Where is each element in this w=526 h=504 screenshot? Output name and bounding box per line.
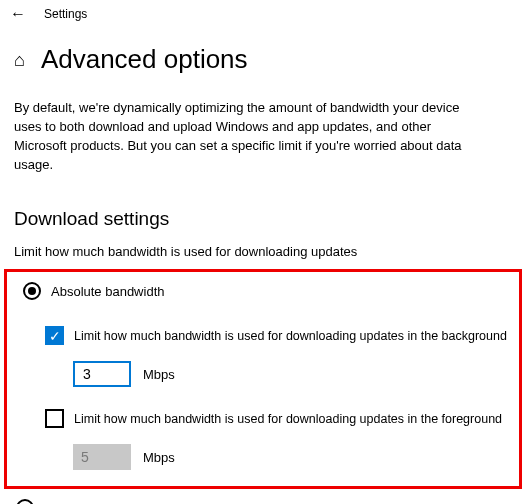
section-title: Download settings: [0, 174, 526, 230]
checkbox-background-limit[interactable]: ✓ Limit how much bandwidth is used for d…: [17, 326, 509, 345]
page-title: Advanced options: [41, 44, 248, 75]
home-icon[interactable]: ⌂: [14, 51, 25, 69]
checkbox-background-label: Limit how much bandwidth is used for dow…: [74, 329, 507, 343]
radio-percentage-bandwidth[interactable]: Percentage of measured bandwidth (measur…: [0, 493, 526, 504]
back-icon[interactable]: ←: [10, 6, 26, 22]
checkbox-checked-icon: ✓: [45, 326, 64, 345]
background-mbps-input[interactable]: 3: [73, 361, 131, 387]
checkbox-foreground-label: Limit how much bandwidth is used for dow…: [74, 412, 502, 426]
background-unit-label: Mbps: [143, 367, 175, 382]
radio-selected-icon: [23, 282, 41, 300]
radio-absolute-bandwidth[interactable]: Absolute bandwidth: [17, 282, 509, 300]
foreground-mbps-input: 5: [73, 444, 131, 470]
page-description: By default, we're dynamically optimizing…: [0, 85, 500, 174]
foreground-input-row: 5 Mbps: [17, 444, 509, 470]
radio-absolute-label: Absolute bandwidth: [51, 284, 164, 299]
section-subtitle: Limit how much bandwidth is used for dow…: [0, 230, 526, 265]
highlighted-section: Absolute bandwidth ✓ Limit how much band…: [4, 269, 522, 489]
foreground-unit-label: Mbps: [143, 450, 175, 465]
background-input-row: 3 Mbps: [17, 361, 509, 387]
radio-unselected-icon: [16, 499, 34, 504]
checkbox-unchecked-icon: [45, 409, 64, 428]
app-title: Settings: [44, 7, 87, 21]
checkbox-foreground-limit[interactable]: Limit how much bandwidth is used for dow…: [17, 409, 509, 428]
